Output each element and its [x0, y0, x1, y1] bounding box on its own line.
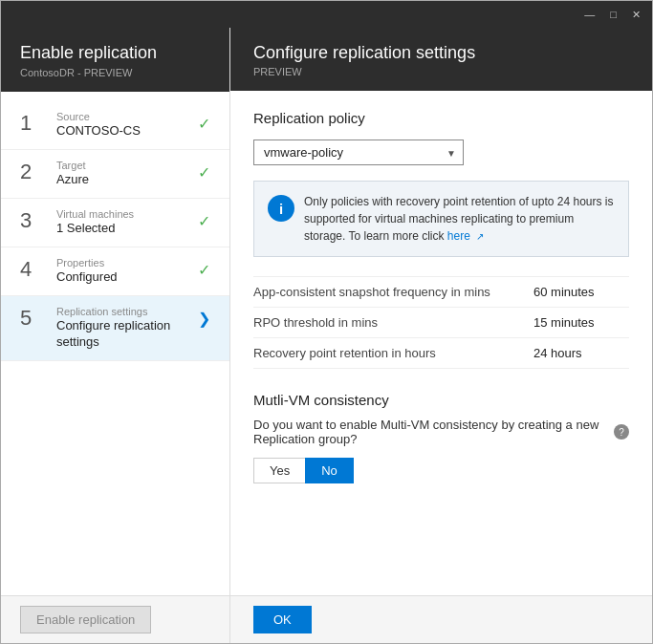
replication-policy-title: Replication policy: [253, 110, 629, 126]
settings-val-1: 60 minutes: [533, 285, 629, 299]
policy-dropdown-wrap: vmware-policy ▼: [253, 140, 629, 165]
step-1-content: Source CONTOSO-CS: [56, 111, 192, 140]
step-2-content: Target Azure: [56, 160, 192, 188]
step-3[interactable]: 3 Virtual machines 1 Selected ✓: [1, 199, 229, 247]
settings-key-3: Recovery point retention in hours: [253, 346, 533, 360]
step-2-number: 2: [20, 160, 47, 184]
settings-val-2: 15 minutes: [533, 315, 629, 330]
right-header: Configure replication settings PREVIEW: [230, 28, 652, 91]
step-4-label: Properties: [56, 257, 192, 269]
minimize-button[interactable]: —: [580, 9, 599, 21]
step-5-arrow-icon: ❯: [198, 310, 210, 328]
multi-vm-question: Do you want to enable Multi-VM consisten…: [253, 418, 629, 446]
help-icon[interactable]: ?: [614, 424, 629, 440]
step-5-label: Replication settings: [56, 306, 192, 318]
step-3-content: Virtual machines 1 Selected: [56, 208, 192, 237]
main-window: — □ ✕ Enable replication ContosoDR - PRE…: [0, 0, 653, 644]
step-4-check-icon: ✓: [198, 261, 210, 279]
ok-button[interactable]: OK: [253, 606, 312, 633]
settings-row-2: RPO threshold in mins 15 minutes: [253, 308, 629, 338]
settings-row-1: App-consistent snapshot frequency in min…: [253, 276, 629, 308]
right-panel: Configure replication settings PREVIEW R…: [230, 28, 652, 595]
step-3-label: Virtual machines: [56, 208, 192, 221]
step-3-check-icon: ✓: [198, 212, 210, 230]
info-text: Only policies with recovery point retent…: [304, 193, 615, 245]
step-2[interactable]: 2 Target Azure ✓: [1, 150, 229, 199]
external-link-icon: ↗: [476, 231, 484, 242]
step-2-value: Azure: [56, 172, 192, 188]
left-header: Enable replication ContosoDR - PREVIEW: [1, 28, 229, 92]
settings-key-1: App-consistent snapshot frequency in min…: [253, 285, 533, 299]
left-panel: Enable replication ContosoDR - PREVIEW 1…: [1, 28, 230, 595]
info-link[interactable]: here: [447, 229, 470, 243]
step-5-value: Configure replication settings: [56, 318, 192, 351]
step-4[interactable]: 4 Properties Configured ✓: [1, 247, 229, 296]
steps-list: 1 Source CONTOSO-CS ✓ 2 Target Azure ✓: [1, 92, 229, 595]
yes-no-btn-group: Yes No: [253, 458, 629, 483]
footer-left: Enable replication: [1, 596, 230, 643]
step-1-check-icon: ✓: [198, 115, 210, 133]
policy-dropdown-wrapper[interactable]: vmware-policy ▼: [253, 140, 464, 165]
step-4-value: Configured: [56, 269, 192, 286]
step-5-number: 5: [20, 306, 47, 331]
content-area: Enable replication ContosoDR - PREVIEW 1…: [1, 28, 652, 595]
settings-key-2: RPO threshold in mins: [253, 315, 533, 330]
left-header-subtitle: ContosoDR - PREVIEW: [20, 67, 210, 78]
left-header-title: Enable replication: [20, 43, 210, 64]
step-5-content: Replication settings Configure replicati…: [56, 306, 192, 351]
yes-button[interactable]: Yes: [253, 458, 305, 483]
step-1-number: 1: [20, 111, 47, 136]
step-5[interactable]: 5 Replication settings Configure replica…: [1, 296, 229, 361]
right-header-title: Configure replication settings: [253, 43, 629, 63]
step-2-label: Target: [56, 160, 192, 172]
step-4-number: 4: [20, 257, 47, 282]
right-body: Replication policy vmware-policy ▼ i Onl…: [230, 91, 652, 595]
maximize-button[interactable]: □: [606, 9, 620, 21]
enable-replication-button: Enable replication: [20, 606, 151, 633]
step-4-content: Properties Configured: [56, 257, 192, 286]
no-button[interactable]: No: [305, 458, 354, 483]
info-icon: i: [268, 195, 294, 222]
step-3-value: 1 Selected: [56, 221, 192, 237]
title-bar: — □ ✕: [1, 1, 652, 28]
settings-table: App-consistent snapshot frequency in min…: [253, 276, 629, 369]
close-button[interactable]: ✕: [628, 9, 644, 21]
step-1[interactable]: 1 Source CONTOSO-CS ✓: [1, 101, 229, 150]
step-1-label: Source: [56, 111, 192, 123]
settings-val-3: 24 hours: [533, 346, 629, 360]
multi-vm-question-text: Do you want to enable Multi-VM consisten…: [253, 418, 608, 446]
title-bar-controls: — □ ✕: [580, 9, 644, 21]
policy-dropdown[interactable]: vmware-policy: [253, 140, 464, 165]
multi-vm-title: Mutli-VM consistency: [253, 392, 629, 408]
footer-right: OK: [230, 606, 652, 633]
right-header-subtitle: PREVIEW: [253, 66, 629, 77]
settings-row-3: Recovery point retention in hours 24 hou…: [253, 338, 629, 369]
step-3-number: 3: [20, 208, 47, 233]
footer: Enable replication OK: [1, 595, 652, 643]
step-2-check-icon: ✓: [198, 163, 210, 182]
info-box: i Only policies with recovery point rete…: [253, 181, 629, 257]
step-1-value: CONTOSO-CS: [56, 123, 192, 140]
